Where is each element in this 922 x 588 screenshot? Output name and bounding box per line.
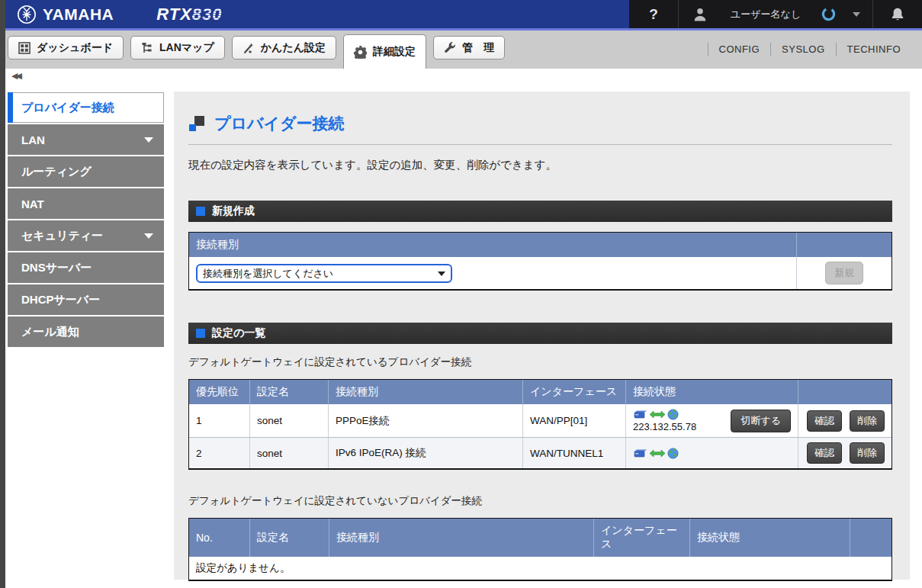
- new-button[interactable]: 新規: [825, 262, 863, 284]
- yamaha-tuning-fork-icon: [17, 5, 37, 24]
- col-name: 設定名: [250, 380, 329, 404]
- page-title-squares-icon: [189, 116, 204, 131]
- model-number: 830: [192, 5, 223, 24]
- model-name: RTX830: [156, 5, 222, 24]
- table-row: 1 sonet PPPoE接続 WAN/PP[01]: [189, 404, 891, 437]
- confirm-button[interactable]: 確認: [807, 410, 842, 432]
- config-link[interactable]: CONFIG: [708, 43, 771, 56]
- delete-button[interactable]: 削除: [850, 410, 885, 432]
- router-icon: [633, 448, 647, 458]
- sidebar-item-routing[interactable]: ルーティング: [8, 156, 164, 187]
- help-button[interactable]: ?: [629, 0, 679, 28]
- col-type: 接続種別: [329, 519, 594, 557]
- sidebar-item-label: メール通知: [21, 325, 79, 339]
- tab-admin-label: 管 理: [462, 41, 494, 55]
- user-name-label: ユーザー名なし: [731, 8, 801, 21]
- main-tab-bar: ダッシュボード LANマップ かんたん設定 詳細設定: [0, 31, 922, 69]
- cell-priority: 1: [189, 404, 250, 437]
- collapse-sidebar-icon[interactable]: ◀◀: [11, 71, 20, 81]
- cell-interface: WAN/PP[01]: [523, 404, 626, 437]
- delete-button[interactable]: 削除: [850, 442, 885, 464]
- col-actions: [850, 519, 891, 557]
- link-arrow-icon: [649, 410, 666, 419]
- tab-dashboard[interactable]: ダッシュボード: [8, 36, 124, 59]
- table-header-row: 優先順位 設定名 接続種別 インターフェース 接続状態: [189, 380, 891, 404]
- quick-links: CONFIG SYSLOG TECHINFO: [708, 43, 911, 56]
- syslog-link[interactable]: SYSLOG: [770, 43, 835, 56]
- wrench-icon: [444, 42, 456, 54]
- techinfo-link[interactable]: TECHINFO: [836, 43, 911, 56]
- non-default-gateway-caption: デフォルトゲートウェイに設定されていないプロバイダー接続: [188, 494, 892, 508]
- user-icon: [692, 7, 708, 22]
- sidebar-item-dhcp-server[interactable]: DHCPサーバー: [8, 284, 164, 315]
- disconnect-button[interactable]: 切断する: [731, 410, 791, 432]
- sidebar-item-security[interactable]: セキュリティー: [8, 220, 164, 251]
- page-header: プロバイダー接続: [188, 113, 892, 134]
- accent-divider: [0, 28, 922, 31]
- cell-name: sonet: [250, 438, 329, 468]
- globe-icon: [667, 448, 679, 459]
- sidebar-item-label: ルーティング: [21, 165, 92, 179]
- connection-ip: 223.132.55.78: [633, 421, 696, 432]
- cell-actions: 確認 削除: [798, 438, 893, 468]
- cell-status: 223.132.55.78 切断する: [626, 404, 798, 437]
- gear-icon: [354, 46, 367, 59]
- tab-advanced-settings-label: 詳細設定: [373, 45, 416, 59]
- tab-easy-setup-label: かんたん設定: [261, 41, 326, 55]
- link-arrow-icon: [649, 448, 666, 458]
- user-menu[interactable]: ユーザー名なし: [679, 0, 873, 28]
- col-interface: インターフェース: [523, 380, 626, 404]
- notifications-button[interactable]: [873, 0, 922, 28]
- chevron-down-icon: [853, 12, 860, 17]
- chevron-down-icon: [144, 137, 153, 143]
- list-section-header: 設定の一覧: [188, 323, 892, 344]
- col-status: 接続状態: [626, 380, 798, 404]
- brand-name: YAMAHA: [43, 5, 114, 24]
- list-section-title: 設定の一覧: [212, 326, 265, 340]
- lan-map-tree-icon: [141, 42, 153, 54]
- col-actions: [798, 380, 893, 404]
- sidebar-item-label: NAT: [21, 198, 44, 210]
- chevron-down-icon: [144, 233, 153, 239]
- sidebar-item-dns-server[interactable]: DNSサーバー: [8, 252, 164, 283]
- top-bar: YAMAHA RTX830 ? ユーザー名なし: [0, 0, 922, 28]
- col-name: 設定名: [250, 519, 329, 557]
- magic-wand-icon: [243, 42, 255, 54]
- section-square-icon: [196, 207, 205, 216]
- left-edge-strip: [0, 0, 5, 588]
- tab-advanced-settings[interactable]: 詳細設定: [343, 34, 426, 69]
- col-type: 接続種別: [329, 380, 523, 404]
- table-header-row: No. 設定名 接続種別 インターフェース 接続状態: [189, 519, 891, 557]
- create-table-header-type: 接続種別: [189, 233, 797, 257]
- title-divider: [188, 144, 892, 145]
- connection-status-ring-icon: [821, 7, 836, 21]
- create-section-header: 新規作成: [188, 201, 892, 222]
- table-row: 2 sonet IPv6 IPoE(RA) 接続 WAN/TUNNEL1: [189, 437, 891, 468]
- section-square-icon: [196, 329, 205, 338]
- col-status: 接続状態: [690, 519, 850, 557]
- bell-icon: [890, 7, 905, 22]
- tab-lanmap[interactable]: LANマップ: [130, 36, 225, 59]
- tab-admin[interactable]: 管 理: [433, 36, 505, 59]
- topbar-utility-area: ? ユーザー名なし: [629, 0, 922, 28]
- cell-actions: 確認 削除: [798, 404, 893, 437]
- page-title: プロバイダー接続: [214, 113, 344, 134]
- cell-name: sonet: [250, 404, 329, 437]
- tab-easy-setup[interactable]: かんたん設定: [232, 36, 336, 59]
- tab-lanmap-label: LANマップ: [159, 41, 214, 55]
- sidebar-item-nat[interactable]: NAT: [8, 188, 164, 219]
- default-gateway-caption: デフォルトゲートウェイに設定されているプロバイダー接続: [188, 355, 892, 369]
- connection-type-select[interactable]: 接続種別を選択してください: [196, 264, 452, 283]
- confirm-button[interactable]: 確認: [807, 442, 842, 464]
- other-connections-table: No. 設定名 接続種別 インターフェース 接続状態 設定がありません。: [188, 518, 892, 581]
- cell-type: IPv6 IPoE(RA) 接続: [329, 438, 523, 468]
- tab-dashboard-label: ダッシュボード: [37, 41, 113, 55]
- col-no: No.: [189, 519, 250, 557]
- col-interface: インターフェース: [594, 519, 690, 557]
- sidebar-item-provider-connection[interactable]: プロバイダー接続: [8, 92, 164, 123]
- sidebar-item-label: LAN: [21, 133, 45, 146]
- sidebar-item-lan[interactable]: LAN: [8, 124, 164, 155]
- default-connections-table: 優先順位 設定名 接続種別 インターフェース 接続状態 1 sonet PPPo…: [188, 379, 892, 470]
- sidebar-item-mail-notification[interactable]: メール通知: [8, 316, 164, 347]
- connection-type-select-wrap: 接続種別を選択してください: [196, 264, 452, 283]
